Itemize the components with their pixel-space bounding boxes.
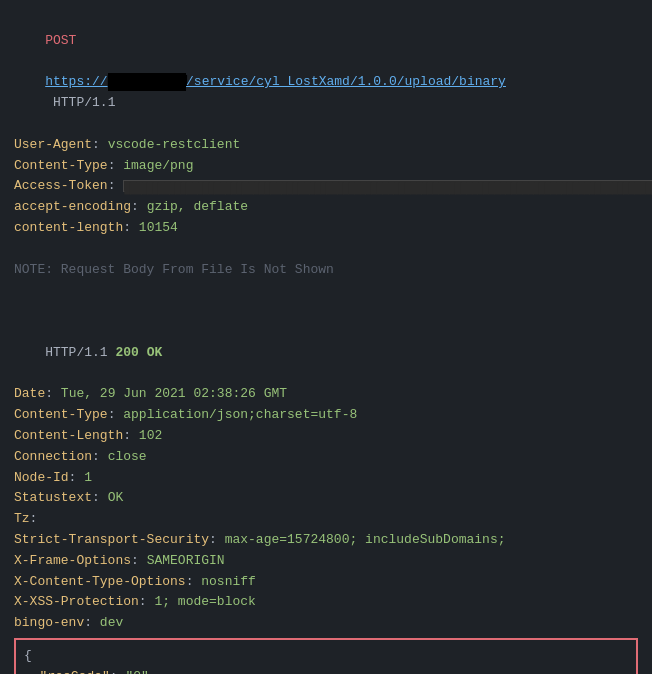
token-redacted: ████████████████████████████████████████… [123,180,652,192]
resp-header-content-length: Content-Length: 102 [14,426,638,447]
resp-header-statustext: Statustext: OK [14,488,638,509]
status-text: OK [139,345,162,360]
empty-line-3 [14,301,638,322]
note-line: NOTE: Request Body From File Is Not Show… [14,260,638,281]
header-accept-encoding: accept-encoding: gzip, deflate [14,197,638,218]
header-content-length: content-length: 10154 [14,218,638,239]
request-line: POST https://██████████████/service/cyl_… [14,10,638,135]
resp-header-bingo-env: bingo-env: dev [14,613,638,634]
space [45,54,53,69]
resp-header-sts: Strict-Transport-Security: max-age=15724… [14,530,638,551]
json-res-code: "resCode": "0", [24,667,628,674]
resp-header-xframe: X-Frame-Options: SAMEORIGIN [14,551,638,572]
empty-line-2 [14,280,638,301]
response-status-line: HTTP/1.1 200 OK [14,322,638,384]
resp-header-connection: Connection: close [14,447,638,468]
status-code: 200 [115,345,138,360]
header-user-agent: User-Agent: vscode-restclient [14,135,638,156]
resp-header-date: Date: Tue, 29 Jun 2021 02:38:26 GMT [14,384,638,405]
resp-header-xcontent: X-Content-Type-Options: nosniff [14,572,638,593]
response-body-box: { "resCode": "0", "resMsg": "成功", "resul… [14,638,638,674]
resp-header-tz: Tz: [14,509,638,530]
json-open-brace: { [24,646,628,667]
http-method: POST [45,33,76,48]
empty-line-1 [14,239,638,260]
resp-header-content-type: Content-Type: application/json;charset=u… [14,405,638,426]
resp-header-node-id: Node-Id: 1 [14,468,638,489]
header-access-token: Access-Token: ██████████████████████████… [14,176,638,197]
url-redacted: ██████████████ [108,73,186,91]
resp-header-xxss: X-XSS-Protection: 1; mode=block [14,592,638,613]
request-url[interactable]: https://██████████████/service/cyl_LostX… [45,74,506,89]
http-version-resp: HTTP/1.1 [45,345,115,360]
code-container: POST https://██████████████/service/cyl_… [0,0,652,674]
header-content-type-req: Content-Type: image/png [14,156,638,177]
http-version-request: HTTP/1.1 [45,95,115,110]
